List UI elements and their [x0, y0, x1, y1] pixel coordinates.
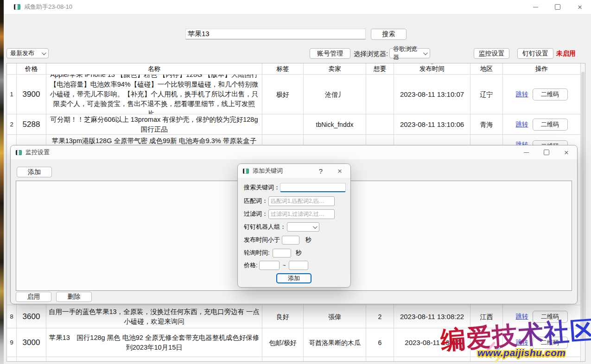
jump-link[interactable]: 跳转 [516, 90, 528, 99]
poll-time-input[interactable] [273, 249, 291, 257]
cell-seller: tbNick_fnddx [304, 114, 366, 134]
price-range-separator: ~ [283, 263, 286, 268]
header-tag[interactable]: 标签 [262, 63, 304, 74]
robot-group-select[interactable] [287, 222, 319, 232]
header-region[interactable]: 地区 [470, 63, 503, 74]
minimize-button[interactable] [524, 0, 547, 14]
search-button[interactable]: 搜索 [371, 29, 407, 40]
keyword-label: 搜索关键词： [244, 183, 280, 192]
maximize-icon[interactable] [544, 150, 549, 155]
header-seller[interactable]: 卖家 [304, 63, 366, 74]
row-index: 2 [7, 114, 17, 134]
table-row: 1 3900 Apple/苹果 iPhone 13 【颜色】粉色 【内存】128… [7, 75, 580, 114]
help-button[interactable]: ? [319, 167, 323, 175]
screen: 咸鱼助手23-08-10 × 搜索 最新发布 账号管理 选择浏览器: 谷歌浏览器… [0, 0, 591, 364]
header-action[interactable]: 操作 [503, 63, 580, 74]
watermark-url: www.paijishu.com [477, 347, 566, 358]
dingtalk-settings-button[interactable]: 钉钉设置 [517, 48, 553, 59]
close-icon[interactable]: × [564, 149, 569, 157]
close-button[interactable]: × [337, 167, 342, 175]
poll-time-unit: 秒 [296, 249, 302, 257]
monitor-settings-button[interactable]: 监控设置 [474, 48, 509, 59]
minimize-icon [533, 7, 538, 7]
app-icon [243, 169, 249, 174]
keyword-dialog-controls: ? × [319, 167, 342, 175]
cell-seller: 沧偕丿 [304, 75, 366, 114]
cell-tag: 良好 [262, 305, 304, 328]
minimize-icon[interactable] [524, 152, 529, 153]
keyword-dialog-titlebar: 添加关键词 ? × [238, 164, 350, 178]
cell-name: 苹果13 国行128g 黑色 电池92 全原无修全套带充电器整机成色好保修到20… [46, 328, 262, 357]
cell-tag [262, 114, 304, 134]
status-badge: 未启用 [556, 50, 576, 58]
qr-code-button[interactable]: 二维码 [533, 88, 568, 100]
keyword-input[interactable] [280, 183, 346, 192]
jump-link[interactable]: 跳转 [516, 120, 528, 129]
header-index [7, 63, 17, 74]
price-min-input[interactable] [259, 261, 280, 270]
close-icon: × [578, 3, 582, 11]
row-index: 9 [7, 328, 17, 357]
app-icon [16, 150, 22, 155]
cell-name: 自用一手的蓝色苹果13，全原装，没换过任何东西，充电口旁边有 一点小磕碰，欢迎来… [46, 305, 262, 328]
search-input[interactable] [185, 29, 366, 39]
cell-seller: 哥酋洛果断的木瓜 [304, 328, 366, 357]
header-name[interactable]: 名称 [46, 63, 262, 74]
monitor-dialog-titlebar: 监控设置 × [11, 145, 577, 159]
qr-code-button[interactable]: 二维码 [533, 119, 568, 131]
add-keyword-dialog: 添加关键词 ? × 搜索关键词： 匹配词： 过滤词： 钉钉机器人组： 发布时间小… [237, 163, 351, 288]
header-publish-time[interactable]: ^ 发布时间 [394, 63, 470, 74]
cell-region: 辽宁 [470, 75, 503, 114]
app-icon [14, 4, 20, 10]
row-index: 1 [7, 75, 17, 114]
close-button[interactable]: × [569, 0, 591, 14]
add-keyword-button[interactable]: 添加 [17, 167, 52, 177]
filter-words-input[interactable] [268, 209, 335, 219]
submit-add-button[interactable]: 添加 [276, 273, 311, 283]
cell-action: 跳转 二维码 [503, 75, 580, 114]
cell-name: Apple/苹果 iPhone 13 【颜色】粉色 【内存】128G 【版本】大… [46, 75, 262, 114]
sort-select-value: 最新发布 [10, 49, 34, 57]
cell-seller: 張偉 [304, 305, 366, 328]
price-label: 价格: [244, 261, 259, 270]
chevron-down-icon [313, 224, 318, 229]
maximize-icon [555, 4, 560, 10]
enable-button[interactable]: 启用 [16, 292, 51, 302]
sort-ascending-icon: ^ [431, 63, 433, 67]
maximize-button[interactable] [547, 0, 569, 14]
chevron-down-icon [42, 50, 46, 55]
cell-action: 跳转 二维码 [503, 114, 580, 134]
sort-select[interactable]: 最新发布 [6, 48, 49, 58]
browser-select[interactable]: 谷歌浏览器 [389, 48, 430, 58]
cell-price: 3900 [17, 75, 46, 114]
cell-price: 5288 [17, 114, 46, 134]
filter-label: 过滤词： [244, 210, 268, 218]
cell-time: 2023-08-11 13:10:06 [394, 114, 470, 134]
cell-want: 6 [366, 328, 394, 357]
delete-button[interactable]: 删除 [56, 292, 92, 302]
header-want[interactable]: 想要 [366, 63, 394, 74]
publish-time-input[interactable] [282, 236, 299, 245]
monitor-dialog-title: 监控设置 [25, 148, 50, 157]
price-max-input[interactable] [289, 261, 308, 270]
header-price[interactable]: 价格 [17, 63, 46, 74]
cell-want [366, 114, 394, 134]
desktop-edge-strip [0, 0, 4, 364]
poll-time-label: 轮询时间: [244, 249, 273, 257]
row-index: 8 [7, 305, 17, 328]
match-words-input[interactable] [268, 196, 335, 206]
cell-price: 3600 [17, 305, 46, 328]
window-title: 咸鱼助手23-08-10 [24, 3, 72, 11]
cell-want: 2 [366, 305, 394, 328]
cell-name: 可分期！！芝麻分606以上 13promax 有保护壳，保护的较为完好128g … [46, 114, 262, 134]
scrollbar-thumb[interactable] [581, 72, 585, 340]
table-header-row: 价格 名称 标签 卖家 想要 ^ 发布时间 地区 操作 [7, 63, 580, 75]
window-controls: × [524, 0, 591, 14]
cell-price: 3000 [17, 328, 46, 357]
match-label: 匹配词： [244, 197, 268, 205]
robot-group-label: 钉钉机器人组： [244, 223, 287, 231]
main-window-titlebar: 咸鱼助手23-08-10 [4, 0, 591, 14]
publish-time-unit: 秒 [305, 236, 311, 244]
account-manage-button[interactable]: 账号管理 [310, 48, 350, 59]
cell-want [366, 75, 394, 114]
